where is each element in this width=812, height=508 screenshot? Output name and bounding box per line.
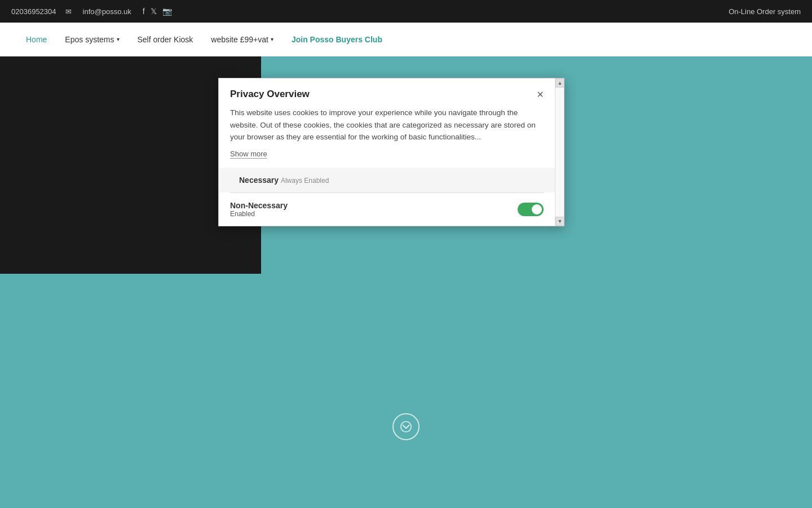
email-icon: ✉	[65, 7, 72, 16]
modal-header: Privacy Overview ×	[219, 78, 555, 107]
email-address[interactable]: info@posso.uk	[83, 7, 131, 16]
toggle-container	[518, 203, 544, 216]
join-buyers-club-button[interactable]: Join Posso Buyers Club	[283, 23, 391, 56]
nav-item-website[interactable]: website £99+vat ▾	[202, 23, 283, 56]
show-more-link[interactable]: Show more	[230, 150, 267, 159]
non-necessary-toggle[interactable]	[518, 203, 544, 216]
social-icons: f 𝕏 📷	[143, 7, 172, 16]
nav-item-home[interactable]: Home	[17, 23, 56, 56]
modal-scrollbar[interactable]: ▲ ▼	[555, 78, 564, 226]
non-necessary-section: Non-Necessary Enabled	[230, 192, 544, 226]
scrollbar-track	[555, 87, 564, 217]
necessary-section: Necessary Always Enabled	[219, 168, 555, 192]
nav-bar: Home Epos systems ▾ Self order Kiosk web…	[0, 23, 812, 56]
instagram-icon[interactable]: 📷	[162, 7, 172, 16]
non-necessary-left: Non-Necessary Enabled	[230, 201, 288, 218]
nav-item-epos[interactable]: Epos systems ▾	[56, 23, 128, 56]
twitter-icon[interactable]: 𝕏	[151, 7, 157, 16]
scrollbar-down-arrow[interactable]: ▼	[555, 217, 564, 226]
modal-body: This website uses cookies to improve you…	[219, 107, 555, 226]
non-necessary-label: Non-Necessary	[230, 201, 288, 210]
main-content: Privacy Overview × This website uses coo…	[0, 56, 812, 508]
necessary-sublabel: Always Enabled	[281, 177, 329, 185]
phone-number[interactable]: 02036952304	[11, 7, 56, 16]
chevron-down-icon: ▾	[117, 36, 120, 42]
modal-close-button[interactable]: ×	[537, 89, 544, 100]
modal-description: This website uses cookies to improve you…	[230, 107, 544, 143]
facebook-icon[interactable]: f	[143, 7, 145, 16]
privacy-modal: Privacy Overview × This website uses coo…	[218, 78, 564, 226]
nav-item-kiosk[interactable]: Self order Kiosk	[129, 23, 202, 56]
chevron-down-icon-2: ▾	[271, 36, 273, 42]
scrollbar-up-arrow[interactable]: ▲	[555, 78, 564, 87]
online-order-link[interactable]: On-Line Order system	[729, 7, 801, 16]
top-bar: 02036952304 ✉ info@posso.uk f 𝕏 📷 On-Lin…	[0, 0, 812, 23]
scroll-down-button[interactable]	[392, 413, 420, 440]
necessary-label: Necessary	[239, 176, 279, 185]
modal-title: Privacy Overview	[230, 89, 310, 100]
chevron-down-scroll-icon	[400, 421, 412, 433]
non-necessary-enabled-label: Enabled	[230, 210, 288, 218]
svg-point-0	[401, 422, 411, 432]
